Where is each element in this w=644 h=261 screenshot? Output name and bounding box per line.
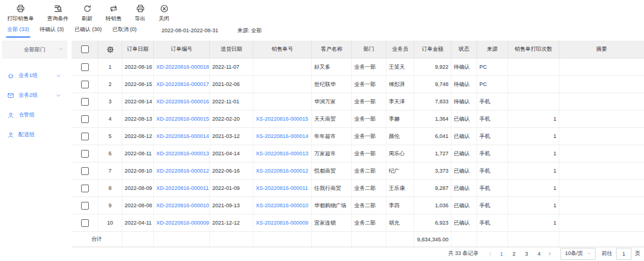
cell-order_date: 2022-08-09 (122, 180, 154, 196)
order-no-link[interactable]: XD-20220816-000012 (156, 168, 209, 174)
table-row: 42022-08-13XD-20220816-0000152022-02-20X… (72, 110, 644, 128)
cell-dept: 业务一部 (352, 93, 386, 110)
query-conditions-button[interactable]: 查询条件 (47, 4, 69, 23)
cell-checkbox (72, 145, 98, 162)
order-no-link[interactable]: XD-20220816-000013 (156, 151, 209, 156)
cell-dept: 业务二部 (352, 180, 386, 196)
cell-order_no: XD-20220816-000009 (154, 214, 210, 231)
cell-status: 已确认 (451, 162, 477, 179)
gear-icon[interactable] (106, 45, 114, 54)
sales-no-link[interactable]: XS-20220816-000014 (256, 133, 308, 139)
row-checkbox[interactable] (81, 167, 89, 175)
cell-summary (559, 76, 644, 93)
column-header-order_no: 订单编号 (154, 41, 210, 58)
sales-no-link[interactable]: XS-20220816-000010 (256, 202, 308, 208)
cell-salesperson: 周乐心 (386, 145, 414, 162)
row-checkbox[interactable] (81, 81, 89, 88)
prev-page-button[interactable] (485, 251, 495, 257)
total-cell-customer (312, 232, 352, 247)
page-number-1[interactable]: 1 (496, 251, 506, 257)
cell-status: 已确认 (451, 110, 477, 127)
print-sales-order-button[interactable]: 打印销售单 (7, 4, 34, 23)
page-unit-label: 页 (635, 250, 640, 257)
order-no-link[interactable]: XD-20220816-000011 (156, 185, 209, 191)
row-checkbox[interactable] (81, 63, 89, 71)
order-no-link[interactable]: XD-20220816-000009 (156, 220, 209, 226)
cell-delivery_date: 2022-11-07 (210, 59, 253, 75)
cell-sales_no (253, 59, 312, 75)
chevron-down-icon[interactable] (55, 73, 61, 79)
row-checkbox[interactable] (81, 133, 89, 140)
sales-no-link[interactable]: XS-20220816-000013 (256, 151, 308, 156)
toolbar-button-label: 打印销售单 (7, 15, 34, 23)
table-row: 62022-08-11XD-20220816-0000132021-04-14X… (72, 145, 644, 162)
column-header-seq (98, 41, 122, 58)
sales-no-link[interactable]: XS-20220816-000012 (256, 168, 308, 174)
cell-source: 手机 (477, 214, 508, 231)
tab-confirmed[interactable]: 已确认 (30) (75, 23, 102, 38)
close-button[interactable]: 关闭 (159, 4, 169, 23)
tab-all[interactable]: 全部 (33) (7, 23, 29, 38)
cell-delivery_date: 2021-03-12 (210, 128, 253, 145)
order-no-link[interactable]: XD-20220816-000015 (156, 116, 209, 122)
order-no-link[interactable]: XD-20220816-000016 (156, 99, 209, 105)
cell-summary (559, 145, 644, 162)
sidebar-item-dept-group-warehouse[interactable]: 仓管组 (0, 105, 67, 125)
tab-pending[interactable]: 待确认 (3) (40, 23, 64, 38)
row-checkbox[interactable] (81, 150, 89, 158)
cell-status: 已确认 (451, 145, 477, 162)
cell-order_no: XD-20220816-000011 (154, 180, 210, 196)
transfer-to-sales-button[interactable]: 转销售 (106, 4, 122, 23)
cell-sales_no: XS-20220816-000010 (253, 197, 312, 214)
goto-page-input[interactable] (616, 248, 631, 260)
row-checkbox[interactable] (81, 202, 89, 210)
cell-source: 手机 (477, 128, 508, 145)
cell-order_no: XD-20220816-000017 (154, 76, 210, 93)
order-no-link[interactable]: XD-20220816-000017 (156, 81, 209, 87)
row-checkbox[interactable] (81, 219, 89, 227)
sidebar-item-label: 业务1组 (18, 72, 38, 79)
page-number-3[interactable]: 3 (521, 251, 531, 257)
cell-sales_no: XS-20220816-000012 (253, 162, 312, 179)
records-count: 共 33 条记录 (448, 250, 478, 257)
cell-delivery_date: 2022-02-20 (210, 110, 253, 127)
order-no-link[interactable]: XD-20220816-000010 (156, 202, 209, 208)
tab-cancelled[interactable]: 已取消 (0) (113, 23, 137, 38)
cell-checkbox (72, 59, 98, 75)
cell-sales_no: XS-20220816-000009 (253, 214, 312, 231)
cell-checkbox (72, 214, 98, 231)
mail-icon (7, 92, 14, 99)
cell-customer: 华润万家 (312, 93, 352, 110)
department-select[interactable]: 全部部门 (2, 41, 67, 59)
chevron-down-icon[interactable] (55, 93, 61, 99)
sidebar-item-dept-group-delivery[interactable]: 配送组 (0, 125, 67, 145)
home-icon (7, 72, 14, 79)
source-filter[interactable]: 来源: 全部 (237, 27, 262, 35)
order-no-link[interactable]: XD-20220816-000014 (156, 133, 209, 139)
cell-seq: 3 (98, 93, 122, 110)
select-all-checkbox[interactable] (81, 45, 89, 53)
date-range-filter[interactable]: 2022-08-01-2022-08-31 (162, 27, 218, 33)
sales-no-link[interactable]: XS-20220816-000015 (256, 116, 308, 122)
sidebar-item-dept-group-sales1[interactable]: 业务1组 (0, 66, 67, 85)
row-checkbox[interactable] (81, 115, 89, 123)
sales-no-link[interactable]: XS-20220816-000009 (256, 220, 308, 226)
cell-delivery_date: 2021-12-12 (210, 214, 253, 231)
next-page-button[interactable] (545, 251, 555, 257)
export-button[interactable]: 导出 (135, 4, 145, 23)
order-no-link[interactable]: XD-20220816-000018 (156, 64, 209, 70)
row-checkbox[interactable] (81, 98, 89, 106)
cell-dept: 业务二部 (352, 214, 386, 231)
toolbar-button-label: 查询条件 (47, 15, 69, 23)
page-number-2[interactable]: 2 (509, 251, 519, 257)
cell-customer: 悦都商贸 (312, 162, 352, 179)
refresh-button[interactable]: 刷新 (82, 4, 92, 23)
page-number-4[interactable]: 4 (534, 251, 544, 257)
row-checkbox[interactable] (81, 185, 89, 192)
sidebar-item-dept-group-sales2[interactable]: 业务2组 (0, 85, 67, 105)
sales-no-link[interactable]: XS-20220816-000011 (256, 185, 308, 191)
cell-checkbox (72, 93, 98, 110)
page-size-select[interactable]: 10条/页 (561, 248, 596, 260)
cell-summary (559, 180, 644, 196)
table-body: 12022-08-16XD-20220816-0000182022-11-07好… (72, 59, 644, 232)
